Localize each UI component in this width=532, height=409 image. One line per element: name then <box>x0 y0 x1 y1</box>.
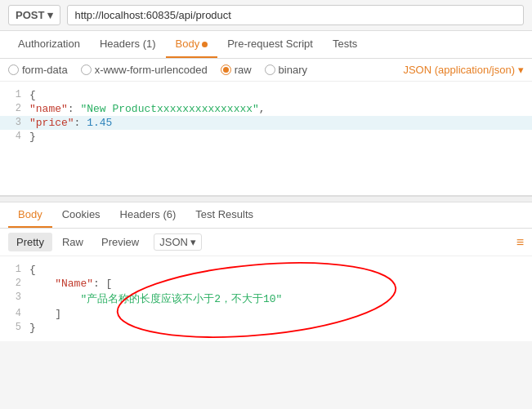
url-input[interactable] <box>67 5 524 25</box>
req-line-1: 1 { <box>0 88 532 102</box>
method-selector[interactable]: POST ▾ <box>8 5 60 25</box>
tab-tests[interactable]: Tests <box>323 31 367 58</box>
tab-authorization[interactable]: Authorization <box>8 31 90 58</box>
response-tabs-row: Body Cookies Headers (6) Test Results <box>0 202 532 229</box>
request-code-editor[interactable]: 1 { 2 "name": "New Productxxxxxxxxxxxxxx… <box>0 82 532 196</box>
section-divider <box>0 196 532 202</box>
method-label: POST <box>16 9 44 21</box>
response-tab-headers[interactable]: Headers (6) <box>110 202 186 228</box>
resp-line-2: 2 "Name": [ <box>0 277 532 291</box>
response-tab-test-results[interactable]: Test Results <box>186 202 263 228</box>
body-dot <box>202 42 208 47</box>
req-line-3: 3 "price": 1.45 <box>0 116 532 130</box>
radio-raw-circle <box>221 64 231 75</box>
method-arrow: ▾ <box>47 9 53 21</box>
radio-raw[interactable]: raw <box>221 64 252 76</box>
tab-body[interactable]: Body <box>166 31 218 58</box>
radio-binary[interactable]: binary <box>265 64 307 76</box>
tab-headers[interactable]: Headers (1) <box>90 31 166 58</box>
radio-urlencoded[interactable]: x-www-form-urlencoded <box>81 64 208 76</box>
request-tabs-row: Authorization Headers (1) Body Pre-reque… <box>0 31 532 59</box>
resp-line-3: 3 "产品名称的长度应该不小于2，不大于10" <box>0 291 532 307</box>
view-row: Pretty Raw Preview JSON ▾ ≡ <box>0 229 532 256</box>
radio-form-data-circle <box>8 64 19 75</box>
radio-form-data[interactable]: form-data <box>8 64 68 76</box>
radio-urlencoded-circle <box>81 64 92 75</box>
response-tab-cookies[interactable]: Cookies <box>52 202 110 228</box>
response-tab-body[interactable]: Body <box>8 202 52 228</box>
resp-line-5: 5 } <box>0 321 532 335</box>
view-raw-button[interactable]: Raw <box>54 233 92 251</box>
resp-line-4: 4 ] <box>0 307 532 321</box>
view-pretty-button[interactable]: Pretty <box>8 233 52 251</box>
req-line-2: 2 "name": "New Productxxxxxxxxxxxxxxx", <box>0 102 532 116</box>
view-preview-button[interactable]: Preview <box>93 233 147 251</box>
req-line-4: 4 } <box>0 130 532 144</box>
tab-pre-request-script[interactable]: Pre-request Script <box>217 31 323 58</box>
json-view-selector[interactable]: JSON ▾ <box>154 233 202 251</box>
filter-icon[interactable]: ≡ <box>516 235 524 250</box>
body-type-row: form-data x-www-form-urlencoded raw bina… <box>0 59 532 82</box>
radio-binary-circle <box>265 64 275 75</box>
response-code-area: 1 { 2 "Name": [ 3 "产品名称的长度应该不小于2，不大于10" … <box>0 256 532 341</box>
resp-line-1: 1 { <box>0 263 532 277</box>
url-bar: POST ▾ <box>0 0 532 31</box>
json-type-selector[interactable]: JSON (application/json) ▾ <box>403 64 524 76</box>
